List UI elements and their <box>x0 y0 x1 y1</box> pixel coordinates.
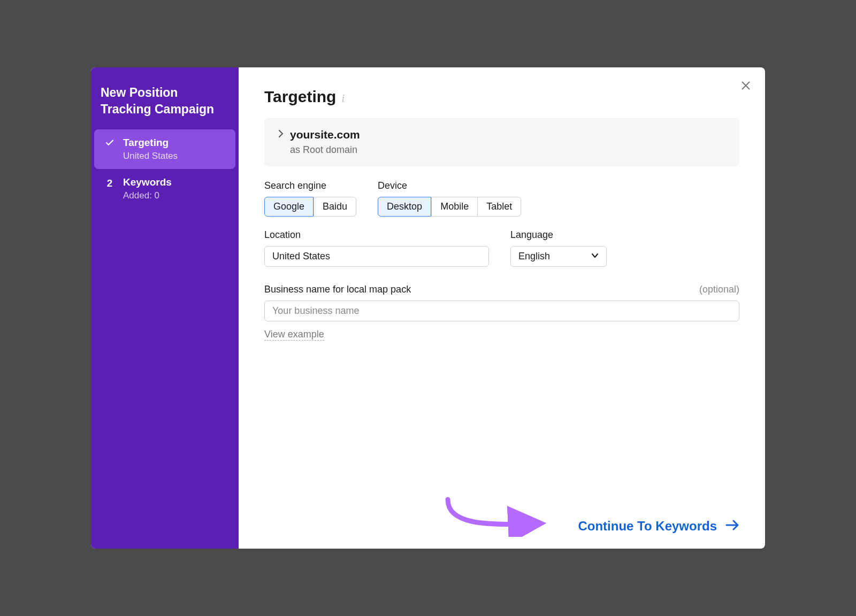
search-engine-group: Search engine Google Baidu <box>264 180 356 217</box>
search-engine-baidu[interactable]: Baidu <box>314 197 356 217</box>
domain-name: yoursite.com <box>290 128 360 141</box>
location-label: Location <box>264 229 489 241</box>
language-value: English <box>518 251 550 262</box>
main-panel: Targeting i yoursite.com as Root domain … <box>239 67 765 549</box>
arrow-right-icon <box>725 519 739 534</box>
location-group: Location <box>264 229 489 267</box>
step-sub: United States <box>123 151 178 161</box>
modal-footer: Continue To Keywords <box>264 497 739 534</box>
domain-type: as Root domain <box>290 144 725 156</box>
language-label: Language <box>510 229 607 241</box>
domain-summary[interactable]: yoursite.com as Root domain <box>264 118 739 166</box>
business-name-group: Business name for local map pack (option… <box>264 280 739 341</box>
campaign-setup-modal: New Position Tracking Campaign Targeting… <box>91 67 765 549</box>
sidebar-title: New Position Tracking Campaign <box>91 84 239 129</box>
annotation-arrow-icon <box>440 494 547 537</box>
device-mobile[interactable]: Mobile <box>431 197 478 217</box>
business-name-input[interactable] <box>264 301 739 321</box>
step-label: Targeting <box>123 137 178 149</box>
sidebar-step-targeting[interactable]: Targeting United States <box>94 129 235 169</box>
close-button[interactable] <box>737 77 754 94</box>
chevron-right-icon <box>278 130 284 140</box>
device-group: Device Desktop Mobile Tablet <box>378 180 521 217</box>
step-sub: Added: 0 <box>123 190 172 201</box>
step-label: Keywords <box>123 176 172 188</box>
sidebar-step-keywords[interactable]: 2 Keywords Added: 0 <box>94 169 235 209</box>
location-input[interactable] <box>264 246 489 267</box>
search-engine-label: Search engine <box>264 180 356 191</box>
page-title: Targeting <box>264 88 336 106</box>
info-icon[interactable]: i <box>341 93 345 105</box>
chevron-down-icon <box>591 251 599 262</box>
language-select[interactable]: English <box>510 246 607 267</box>
check-icon <box>104 137 116 148</box>
business-name-label: Business name for local map pack <box>264 284 411 295</box>
step-number: 2 <box>104 176 116 189</box>
view-example-link[interactable]: View example <box>264 329 324 341</box>
device-desktop[interactable]: Desktop <box>378 197 431 217</box>
search-engine-google[interactable]: Google <box>264 197 314 217</box>
language-group: Language English <box>510 229 607 267</box>
device-tablet[interactable]: Tablet <box>478 197 521 217</box>
optional-hint: (optional) <box>699 284 739 295</box>
continue-button[interactable]: Continue To Keywords <box>578 519 739 534</box>
device-label: Device <box>378 180 521 191</box>
continue-label: Continue To Keywords <box>578 519 717 534</box>
wizard-sidebar: New Position Tracking Campaign Targeting… <box>91 67 239 549</box>
